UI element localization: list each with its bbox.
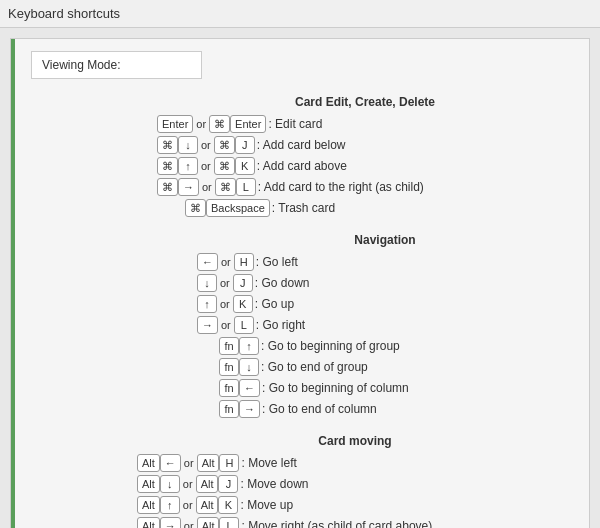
- card-moving-title: Card moving: [137, 434, 573, 448]
- key-alt2: Alt: [197, 517, 220, 528]
- key-j: J: [233, 274, 253, 292]
- key-l: L: [219, 517, 239, 528]
- key-arrow: ↑: [197, 295, 217, 313]
- page-title: Keyboard shortcuts: [8, 6, 120, 21]
- key-arrow: ↓: [239, 358, 259, 376]
- key-arrow: →: [239, 400, 260, 418]
- key-fn: fn: [219, 379, 239, 397]
- key-enter: Enter: [157, 115, 193, 133]
- key-k: K: [235, 157, 255, 175]
- shortcut-row: fn ← : Go to beginning of column: [219, 379, 573, 397]
- key-fn: fn: [219, 400, 239, 418]
- key-arrow: ↑: [160, 496, 180, 514]
- key-l: L: [236, 178, 256, 196]
- section-navigation: Navigation ← or H : Go left ↓ or J : Go …: [27, 233, 573, 418]
- key-h: H: [219, 454, 239, 472]
- key-l: L: [234, 316, 254, 334]
- shortcut-row: ⌘ Backspace : Trash card: [185, 199, 573, 217]
- section-card-edit: Card Edit, Create, Delete Enter or ⌘ Ent…: [27, 95, 573, 217]
- key-arrow: →: [197, 316, 218, 334]
- shortcut-row: fn → : Go to end of column: [219, 400, 573, 418]
- key-cmd: ⌘: [185, 199, 206, 217]
- shortcuts-panel: Viewing Mode: Card Edit, Create, Delete …: [10, 38, 590, 528]
- key-fn: fn: [219, 358, 239, 376]
- shortcut-row: ↑ or K : Go up: [197, 295, 573, 313]
- key-arrow: ↓: [178, 136, 198, 154]
- key-arrow: ←: [197, 253, 218, 271]
- key-arrow: ←: [239, 379, 260, 397]
- shortcut-row: Alt ↑ or Alt K : Move up: [137, 496, 573, 514]
- key-k: K: [218, 496, 238, 514]
- key-arrow: ↓: [197, 274, 217, 292]
- key-cmd2: ⌘: [214, 157, 235, 175]
- key-arrow: ←: [160, 454, 181, 472]
- key-cmd2: ⌘: [214, 136, 235, 154]
- key-arrow: ↑: [239, 337, 259, 355]
- shortcut-row: → or L : Go right: [197, 316, 573, 334]
- shortcut-row: fn ↑ : Go to beginning of group: [219, 337, 573, 355]
- shortcut-row: Alt → or Alt L : Move right (as child of…: [137, 517, 573, 528]
- key-cmd: ⌘: [209, 115, 230, 133]
- key-arrow: →: [178, 178, 199, 196]
- key-backspace: Backspace: [206, 199, 270, 217]
- key-cmd: ⌘: [157, 157, 178, 175]
- shortcut-row: Enter or ⌘ Enter : Edit card: [157, 115, 573, 133]
- key-k: K: [233, 295, 253, 313]
- key-alt: Alt: [137, 454, 160, 472]
- key-cmd: ⌘: [157, 136, 178, 154]
- shortcut-row: fn ↓ : Go to end of group: [219, 358, 573, 376]
- key-alt2: Alt: [197, 454, 220, 472]
- key-h: H: [234, 253, 254, 271]
- key-j: J: [235, 136, 255, 154]
- shortcut-row: ← or H : Go left: [197, 253, 573, 271]
- key-alt2: Alt: [196, 496, 219, 514]
- shortcut-row: Alt ↓ or Alt J : Move down: [137, 475, 573, 493]
- key-alt: Alt: [137, 496, 160, 514]
- key-cmd: ⌘: [157, 178, 178, 196]
- viewing-mode-label: Viewing Mode:: [42, 58, 121, 72]
- key-arrow: →: [160, 517, 181, 528]
- shortcut-row: ⌘ → or ⌘ L : Add card to the right (as c…: [157, 178, 573, 196]
- shortcut-row: Alt ← or Alt H : Move left: [137, 454, 573, 472]
- title-bar: Keyboard shortcuts: [0, 0, 600, 28]
- viewing-mode-section: Viewing Mode:: [31, 51, 573, 79]
- key-alt: Alt: [137, 517, 160, 528]
- key-fn: fn: [219, 337, 239, 355]
- key-arrow: ↓: [160, 475, 180, 493]
- section-card-moving: Card moving Alt ← or Alt H : Move left A…: [27, 434, 573, 528]
- shortcut-row: ⌘ ↓ or ⌘ J : Add card below: [157, 136, 573, 154]
- key-cmd2: ⌘: [215, 178, 236, 196]
- key-arrow: ↑: [178, 157, 198, 175]
- key-alt: Alt: [137, 475, 160, 493]
- viewing-mode-box: Viewing Mode:: [31, 51, 202, 79]
- shortcut-row: ⌘ ↑ or ⌘ K : Add card above: [157, 157, 573, 175]
- content-area: Viewing Mode: Card Edit, Create, Delete …: [0, 28, 600, 528]
- shortcut-row: ↓ or J : Go down: [197, 274, 573, 292]
- card-edit-title: Card Edit, Create, Delete: [157, 95, 573, 109]
- key-alt2: Alt: [196, 475, 219, 493]
- key-j: J: [218, 475, 238, 493]
- navigation-title: Navigation: [197, 233, 573, 247]
- key-enter2: Enter: [230, 115, 266, 133]
